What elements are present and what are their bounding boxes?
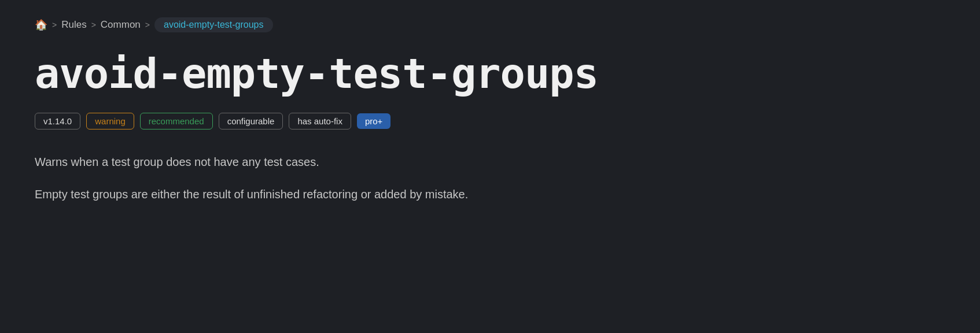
page-title: avoid-empty-test-groups [35, 51, 945, 97]
breadcrumb-current-page: avoid-empty-test-groups [154, 17, 273, 32]
description-block-1: Warns when a test group does not have an… [35, 153, 945, 171]
breadcrumb: 🏠 > Rules > Common > avoid-empty-test-gr… [35, 17, 945, 32]
badge-pro[interactable]: pro+ [357, 113, 390, 129]
breadcrumb-sep-2: > [91, 20, 96, 29]
breadcrumb-common-link[interactable]: Common [101, 19, 141, 31]
breadcrumb-sep-1: > [52, 20, 57, 29]
badges-row: v1.14.0 warning recommended configurable… [35, 113, 945, 130]
badge-autofix[interactable]: has auto-fix [289, 113, 351, 130]
badge-configurable[interactable]: configurable [219, 113, 283, 130]
home-icon[interactable]: 🏠 [35, 18, 47, 31]
badge-recommended[interactable]: recommended [140, 113, 213, 130]
breadcrumb-sep-3: > [145, 20, 150, 29]
badge-version[interactable]: v1.14.0 [35, 113, 80, 130]
description-block-2: Empty test groups are either the result … [35, 185, 945, 204]
description-text-1: Warns when a test group does not have an… [35, 153, 945, 171]
badge-warning[interactable]: warning [86, 113, 134, 130]
description-text-2: Empty test groups are either the result … [35, 185, 945, 204]
breadcrumb-rules-link[interactable]: Rules [61, 19, 86, 31]
